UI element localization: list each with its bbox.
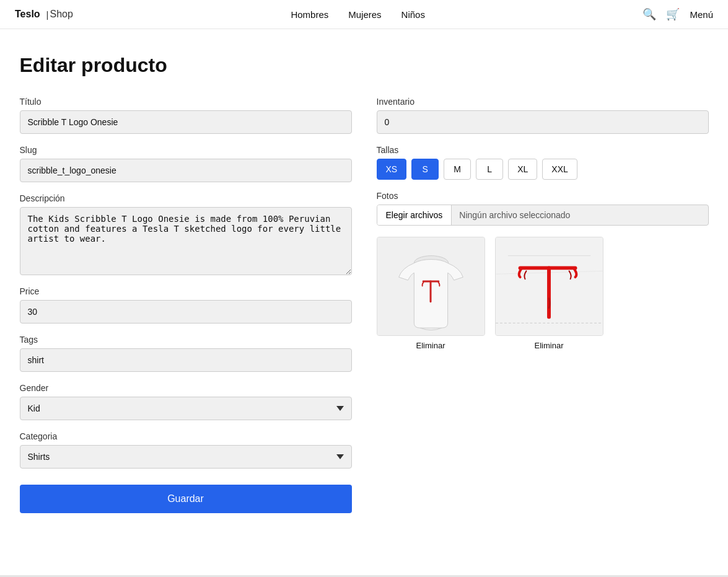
search-icon[interactable]: 🔍 xyxy=(642,7,656,21)
slug-input[interactable] xyxy=(20,159,352,182)
eliminar-button-1[interactable]: Eliminar xyxy=(414,340,448,351)
size-xs[interactable]: XS xyxy=(377,159,407,180)
size-s[interactable]: S xyxy=(411,159,439,180)
size-l[interactable]: L xyxy=(476,159,503,180)
descripcion-label: Descripción xyxy=(20,193,352,203)
descripcion-textarea[interactable] xyxy=(20,207,352,275)
file-choose-button[interactable]: Elegir archivos xyxy=(377,205,452,225)
inventario-label: Inventario xyxy=(377,97,709,107)
menu-label[interactable]: Menú xyxy=(690,9,713,20)
tags-label: Tags xyxy=(20,335,352,345)
form-right: Inventario Tallas XS S M L XL XXL Fotos xyxy=(377,97,709,513)
categoria-select[interactable]: Shirts Pants Hoodies Hats xyxy=(20,445,352,469)
file-no-file-text: Ningún archivo seleccionado xyxy=(452,205,577,225)
product-image-2: Eliminar xyxy=(495,237,603,351)
titulo-input[interactable] xyxy=(20,110,352,134)
cart-icon[interactable]: 🛒 xyxy=(666,7,680,21)
save-button[interactable]: Guardar xyxy=(20,485,352,513)
size-xl[interactable]: XL xyxy=(508,159,537,180)
main-content: Editar producto Título Slug Descripción … xyxy=(5,29,724,538)
product-images-row: Eliminar xyxy=(377,237,709,351)
titulo-label: Título xyxy=(20,97,352,107)
descripcion-field-group: Descripción xyxy=(20,193,352,275)
product-image-1: Eliminar xyxy=(377,237,485,351)
image-thumb-2 xyxy=(495,237,603,336)
nav-link-hombres[interactable]: Hombres xyxy=(291,9,328,20)
size-xxl[interactable]: XXL xyxy=(542,159,577,180)
nav-brand[interactable]: Teslo | Shop xyxy=(15,9,73,20)
fotos-field-group: Fotos Elegir archivos Ningún archivo sel… xyxy=(377,191,709,226)
eliminar-button-2[interactable]: Eliminar xyxy=(532,340,566,351)
price-label: Price xyxy=(20,286,352,296)
form-grid: Título Slug Descripción Price Tags xyxy=(20,97,709,513)
gender-label: Gender xyxy=(20,383,352,393)
sizes-row: XS S M L XL XXL xyxy=(377,159,709,180)
price-field-group: Price xyxy=(20,286,352,324)
tallas-field-group: Tallas XS S M L XL XXL xyxy=(377,145,709,180)
file-input-row: Elegir archivos Ningún archivo seleccion… xyxy=(377,205,709,226)
titulo-field-group: Título xyxy=(20,97,352,134)
inventario-field-group: Inventario xyxy=(377,97,709,134)
categoria-field-group: Categoria Shirts Pants Hoodies Hats xyxy=(20,431,352,469)
tallas-label: Tallas xyxy=(377,145,709,155)
nav-links: Hombres Mujeres Niños xyxy=(291,9,425,20)
categoria-label: Categoria xyxy=(20,431,352,441)
slug-label: Slug xyxy=(20,145,352,155)
tags-field-group: Tags xyxy=(20,335,352,372)
slug-field-group: Slug xyxy=(20,145,352,182)
nav-link-ninos[interactable]: Niños xyxy=(401,9,425,20)
inventario-input[interactable] xyxy=(377,110,709,134)
size-m[interactable]: M xyxy=(444,159,471,180)
gender-field-group: Gender Kid Men Women xyxy=(20,383,352,420)
tags-input[interactable] xyxy=(20,348,352,372)
price-input[interactable] xyxy=(20,300,352,324)
navbar: Teslo | Shop Hombres Mujeres Niños 🔍 🛒 M… xyxy=(0,0,728,29)
image-thumb-1 xyxy=(377,237,485,336)
nav-link-mujeres[interactable]: Mujeres xyxy=(348,9,381,20)
form-left: Título Slug Descripción Price Tags xyxy=(20,97,352,513)
fotos-label: Fotos xyxy=(377,191,709,201)
gender-select[interactable]: Kid Men Women xyxy=(20,397,352,420)
nav-right: 🔍 🛒 Menú xyxy=(642,7,713,21)
page-title: Editar producto xyxy=(20,54,709,77)
